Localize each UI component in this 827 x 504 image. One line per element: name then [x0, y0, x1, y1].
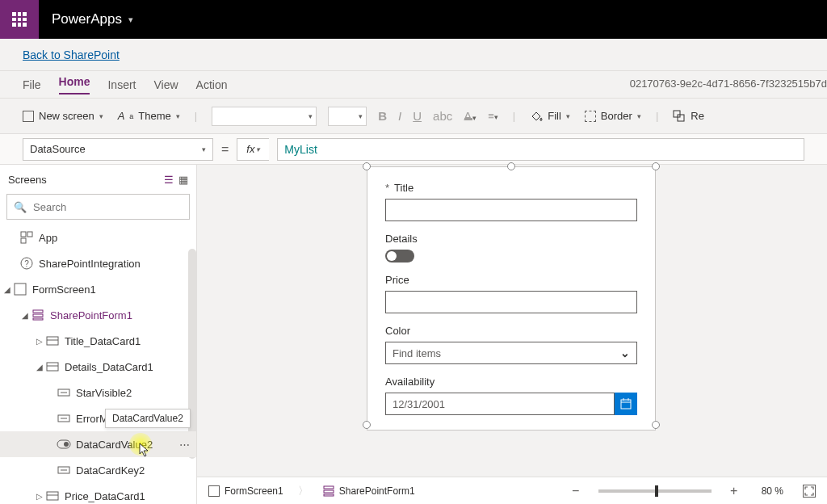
availability-label: Availability — [385, 376, 434, 388]
tree-scroll[interactable]: App ? SharePointIntegration ◢ FormScreen… — [0, 225, 196, 504]
chevron-down-icon: ▾ — [637, 112, 641, 120]
reorder-button[interactable]: Re — [673, 110, 704, 123]
strikethrough-icon[interactable]: abc — [433, 109, 452, 123]
property-selector[interactable]: DataSource ▾ — [23, 138, 213, 161]
form-icon — [323, 485, 334, 497]
svg-rect-3 — [27, 232, 32, 237]
tree-node-pricedc[interactable]: ▷ Price_DataCard1 — [0, 483, 196, 504]
tree-node-datacardkey[interactable]: DataCardKey2 — [0, 457, 196, 483]
tree-label: Title_DataCard1 — [65, 335, 141, 347]
title-label: Title — [394, 182, 414, 194]
tree-node-app[interactable]: App — [0, 225, 196, 250]
tree-label: FormScreen1 — [32, 284, 96, 296]
tree-node-spintegration[interactable]: ? SharePointIntegration — [0, 250, 196, 276]
menu-view[interactable]: View — [153, 78, 178, 91]
availability-datepicker[interactable]: 12/31/2001 — [385, 393, 637, 415]
underline-icon[interactable]: U — [413, 109, 422, 123]
waffle-icon — [12, 12, 27, 27]
tree-title: Screens — [8, 174, 47, 186]
main-area: Screens ☰ ▦ 🔍 App ? SharePointIntegratio… — [0, 165, 827, 504]
formula-input[interactable]: MyList — [277, 138, 804, 161]
canvas[interactable]: *Title Details Price Color Find items ⌄ … — [197, 165, 827, 504]
label-icon — [57, 385, 71, 400]
combo-placeholder: Find items — [393, 347, 441, 359]
field-details: Details — [385, 233, 637, 262]
tree-label: DataCardValue2 — [76, 439, 153, 451]
caret-down-icon[interactable]: ◢ — [2, 285, 13, 294]
zoom-out-button[interactable]: − — [568, 484, 584, 498]
resize-handle[interactable] — [652, 421, 660, 429]
app-launcher-button[interactable] — [0, 0, 39, 39]
breadcrumb-label: FormScreen1 — [225, 485, 283, 497]
tree-label: StarVisible2 — [76, 387, 132, 399]
zoom-slider[interactable] — [598, 489, 712, 493]
menu-bar: File Home Insert View Action 02170763-9e… — [0, 71, 827, 99]
app-header: PowerApps ▾ — [0, 0, 827, 39]
menu-insert[interactable]: Insert — [107, 78, 136, 91]
italic-icon[interactable]: I — [398, 109, 401, 123]
list-view-icon[interactable]: ☰ — [164, 174, 174, 186]
caret-right-icon[interactable]: ▷ — [34, 337, 45, 346]
caret-right-icon[interactable]: ▷ — [34, 492, 45, 501]
zoom-thumb[interactable] — [655, 485, 658, 497]
resize-handle[interactable] — [363, 421, 371, 429]
color-combobox[interactable]: Find items ⌄ — [385, 342, 637, 364]
app-name-dropdown[interactable]: PowerApps ▾ — [52, 11, 133, 27]
fill-button[interactable]: Fill ▾ — [530, 110, 570, 123]
tree-node-datacardvalue[interactable]: DataCardValue2 ⋯ — [0, 431, 196, 457]
zoom-in-button[interactable]: + — [726, 484, 742, 498]
resize-handle[interactable] — [507, 162, 515, 170]
new-screen-label: New screen — [39, 110, 94, 122]
details-toggle[interactable] — [385, 250, 414, 262]
chevron-down-icon: ▾ — [256, 145, 260, 153]
resize-handle[interactable] — [652, 162, 660, 170]
app-icon — [19, 230, 34, 245]
more-icon[interactable]: ⋯ — [179, 439, 190, 451]
title-input[interactable] — [385, 199, 637, 221]
resize-handle[interactable] — [363, 162, 371, 170]
tree-node-titledc[interactable]: ▷ Title_DataCard1 — [0, 328, 196, 354]
back-to-sharepoint-link[interactable]: Back to SharePoint — [23, 48, 120, 61]
theme-button[interactable]: Aa Theme ▾ — [118, 110, 180, 122]
menu-home[interactable]: Home — [59, 75, 90, 94]
app-name-label: PowerApps — [52, 11, 122, 27]
svg-rect-1 — [678, 115, 684, 121]
tree-node-detailsdc[interactable]: ◢ Details_DataCard1 — [0, 354, 196, 380]
details-label: Details — [385, 233, 418, 245]
field-title: *Title — [385, 182, 637, 221]
tree-search-input[interactable] — [33, 201, 183, 213]
border-label: Border — [601, 110, 632, 122]
tree-label: Details_DataCard1 — [65, 361, 153, 373]
form-icon — [31, 308, 45, 322]
font-color-icon[interactable]: A▾ — [464, 109, 476, 123]
breadcrumb-form[interactable]: SharePointForm1 — [323, 485, 415, 497]
breadcrumb-screen[interactable]: FormScreen1 — [208, 485, 283, 497]
menu-action[interactable]: Action — [196, 78, 228, 91]
menu-file[interactable]: File — [23, 78, 41, 91]
new-screen-button[interactable]: New screen ▾ — [23, 110, 103, 122]
grid-view-icon[interactable]: ▦ — [178, 174, 188, 186]
svg-text:?: ? — [24, 259, 29, 268]
tree-node-spform[interactable]: ◢ SharePointForm1 — [0, 302, 196, 328]
align-icon[interactable]: ≡▾ — [488, 110, 498, 122]
svg-rect-4 — [21, 238, 26, 243]
svg-rect-11 — [47, 337, 58, 345]
caret-down-icon[interactable]: ◢ — [19, 311, 31, 320]
border-button[interactable]: Border ▾ — [585, 110, 641, 122]
tree-label: Price_DataCard1 — [65, 490, 145, 502]
bold-icon[interactable]: B — [378, 109, 387, 123]
caret-down-icon[interactable]: ◢ — [34, 363, 45, 372]
fx-button[interactable]: fx ▾ — [237, 138, 269, 161]
tree-node-errormsg[interactable]: ErrorM DataCardValue2 — [0, 405, 196, 431]
theme-label: Theme — [138, 110, 170, 122]
fit-to-window-button[interactable] — [803, 485, 816, 498]
form-preview[interactable]: *Title Details Price Color Find items ⌄ … — [367, 166, 656, 430]
price-input[interactable] — [385, 291, 637, 313]
ribbon: New screen ▾ Aa Theme ▾ | ▾ ▾ B I U abc … — [0, 99, 827, 134]
tree-label: SharePointForm1 — [50, 309, 132, 321]
calendar-icon[interactable] — [615, 393, 637, 415]
tree-search[interactable]: 🔍 — [6, 194, 190, 220]
tree-node-formscreen[interactable]: ◢ FormScreen1 — [0, 276, 196, 302]
tree-node-starvisible[interactable]: StarVisible2 — [0, 380, 196, 405]
chevron-down-icon: ▾ — [176, 112, 180, 120]
